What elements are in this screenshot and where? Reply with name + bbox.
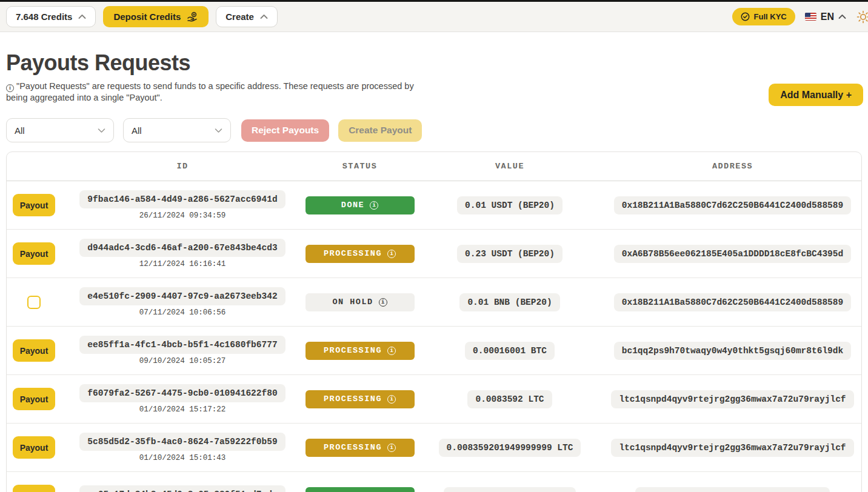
row-value-cell: 0.0083592 LTC <box>416 390 604 408</box>
table-row: e4e510fc-2909-4407-97c9-aa2673eeb342 07/… <box>7 278 861 327</box>
deposit-credits-button[interactable]: Deposit Credits <box>103 6 209 27</box>
status-badge[interactable]: DONE i <box>305 196 415 214</box>
status-label: PROCESSING <box>324 249 382 258</box>
chevron-up-icon <box>78 14 86 19</box>
row-action-cell: Payout <box>7 485 61 492</box>
page-description: i"Payout Requests" are requests to send … <box>6 81 430 104</box>
language-selector[interactable]: EN <box>805 12 846 22</box>
info-icon: i <box>387 250 396 258</box>
row-action-cell: Payout <box>7 242 61 265</box>
credits-dropdown-button[interactable]: 7.648 Credits <box>6 6 96 27</box>
row-id-cell: f6079fa2-5267-4475-9cb0-010941622f80 01/… <box>61 384 304 414</box>
table-header: ID STATUS VALUE ADDRESS <box>7 152 861 181</box>
row-address-cell: 0xA6B78B56ee062185E405a1DDDD18cE8fcBC439… <box>604 245 861 263</box>
row-status-cell: PROCESSING i <box>304 439 416 457</box>
deposit-credits-label: Deposit Credits <box>113 12 181 22</box>
create-dropdown-button[interactable]: Create <box>216 6 278 27</box>
status-badge[interactable]: PROCESSING i <box>305 245 415 263</box>
table-row: Payout d944adc4-3cd6-46af-a200-67e843be4… <box>7 230 861 278</box>
page-description-text: "Payout Requests" are requests to send f… <box>6 81 414 102</box>
create-label: Create <box>225 12 254 22</box>
request-date: 09/10/2024 10:05:27 <box>139 357 226 365</box>
payout-button[interactable]: Payout <box>13 436 55 459</box>
row-id-cell: d944adc4-3cd6-46af-a200-67e843be4cd3 12/… <box>61 239 304 268</box>
row-address-cell: 0x18B211A1Ba5880C7d62C250B6441C2400d5885… <box>604 196 861 214</box>
reject-payouts-button[interactable]: Reject Payouts <box>241 119 329 142</box>
payout-button[interactable]: Payout <box>13 388 55 410</box>
request-id: 9fbac146-a584-4d49-a286-5627acc6941d <box>79 190 285 208</box>
full-kyc-label: Full KYC <box>754 12 787 21</box>
payout-button[interactable]: Payout <box>13 339 55 362</box>
filter-2-value: All <box>132 125 142 136</box>
row-value-cell: 45.926272280000006 TRX <box>416 487 604 492</box>
request-date: 01/10/2024 15:01:43 <box>139 454 226 462</box>
column-header-id: ID <box>61 162 304 171</box>
payout-requests-table: ID STATUS VALUE ADDRESS Payout 9fbac146-… <box>6 151 862 492</box>
request-value: 0.008359201949999999 LTC <box>439 439 581 457</box>
info-icon: i <box>387 395 396 404</box>
row-id-cell: e4e510fc-2909-4407-97c9-aa2673eeb342 07/… <box>61 287 304 317</box>
row-value-cell: 0.23 USDT (BEP20) <box>416 245 604 263</box>
request-id: 5c85d5d2-35fb-4ac0-8624-7a59222f0b59 <box>79 433 285 451</box>
status-label: DONE <box>341 201 364 210</box>
add-manually-button[interactable]: Add Manually + <box>769 84 863 106</box>
filter-1-value: All <box>15 125 25 136</box>
status-badge[interactable]: ON HOLD i <box>305 293 415 311</box>
request-value: 0.01 BNB (BEP20) <box>459 293 559 311</box>
status-badge[interactable]: PROCESSING i <box>305 390 415 408</box>
row-address-cell: TGfBcXvtZKxxku4X8vx92v56HdYTATKuDE <box>604 487 861 492</box>
row-status-cell: ON HOLD i <box>304 293 416 311</box>
column-header-value: VALUE <box>416 162 604 171</box>
status-badge[interactable]: PROCESSING i <box>305 439 415 457</box>
row-action-cell: Payout <box>7 194 61 216</box>
request-date: 12/11/2024 16:16:41 <box>139 260 226 268</box>
topbar: 7.648 Credits Deposit Credits Create <box>0 2 868 32</box>
request-value: 0.01 USDT (BEP20) <box>457 196 563 214</box>
status-badge[interactable]: PROCESSING i <box>305 342 415 360</box>
filter-dropdown-1[interactable]: All <box>6 118 114 142</box>
column-header-address: ADDRESS <box>604 162 861 171</box>
page-title: Payouts Requests <box>6 51 862 75</box>
row-status-cell: DONE i <box>304 196 416 214</box>
row-id-cell: 5c85d5d2-35fb-4ac0-8624-7a59222f0b59 01/… <box>61 433 304 462</box>
row-status-cell: PROCESSING i <box>304 245 416 263</box>
create-payout-button[interactable]: Create Payout <box>338 119 422 142</box>
table-row: Payout ce65a17d-84b8-45d9-8c65-880f51ad7… <box>7 472 861 492</box>
payout-button[interactable]: Payout <box>13 485 55 492</box>
request-address: 0x18B211A1Ba5880C7d62C250B6441C2400d5885… <box>614 293 851 311</box>
status-badge[interactable]: DONE i <box>305 487 415 492</box>
request-address: ltc1qsnpd4qyv9rtejrg2gg36mwax7a72u79rayj… <box>611 390 853 408</box>
language-label: EN <box>821 12 834 22</box>
request-id: f6079fa2-5267-4475-9cb0-010941622f80 <box>79 384 285 402</box>
chevron-up-icon <box>260 14 268 19</box>
row-checkbox[interactable] <box>27 296 41 309</box>
topbar-right: Full KYC EN <box>732 8 862 25</box>
request-value: 0.0083592 LTC <box>467 390 552 408</box>
chevron-down-icon <box>215 128 222 133</box>
chevron-up-icon <box>838 14 846 19</box>
request-address: ltc1qsnpd4qyv9rtejrg2gg36mwax7a72u79rayj… <box>611 439 853 457</box>
payout-button[interactable]: Payout <box>13 242 55 265</box>
row-address-cell: ltc1qsnpd4qyv9rtejrg2gg36mwax7a72u79rayj… <box>604 439 861 457</box>
row-status-cell: PROCESSING i <box>304 342 416 360</box>
filters-bar: All All Reject Payouts Create Payout <box>6 118 862 142</box>
row-value-cell: 0.00016001 BTC <box>416 342 604 360</box>
row-id-cell: ee85ff1a-4fc1-4bcb-b5f1-4c1680fb6777 09/… <box>61 336 304 365</box>
row-value-cell: 0.008359201949999999 LTC <box>416 439 604 457</box>
row-action-cell: Payout <box>7 339 61 362</box>
status-label: ON HOLD <box>332 298 373 307</box>
row-address-cell: bc1qq2ps9h70twaqy0w4y0thkt5gsqj60mr8t6l9… <box>604 342 861 360</box>
payout-button[interactable]: Payout <box>13 194 55 216</box>
request-id: e4e510fc-2909-4407-97c9-aa2673eeb342 <box>79 287 285 305</box>
chevron-down-icon <box>98 128 105 133</box>
filter-dropdown-2[interactable]: All <box>123 118 231 142</box>
payouts-requests-page: Payouts Requests i"Payout Requests" are … <box>0 51 868 492</box>
row-status-cell: PROCESSING i <box>304 390 416 408</box>
row-id-cell: ce65a17d-84b8-45d9-8c65-880f51ad7adc <box>61 485 304 492</box>
info-icon: i <box>6 84 14 92</box>
info-icon: i <box>387 444 396 452</box>
full-kyc-badge[interactable]: Full KYC <box>732 8 795 25</box>
row-address-cell: 0x18B211A1Ba5880C7d62C250B6441C2400d5885… <box>604 293 861 311</box>
request-address: TGfBcXvtZKxxku4X8vx92v56HdYTATKuDE <box>635 487 830 492</box>
sun-theme-toggle-icon[interactable] <box>856 10 868 24</box>
